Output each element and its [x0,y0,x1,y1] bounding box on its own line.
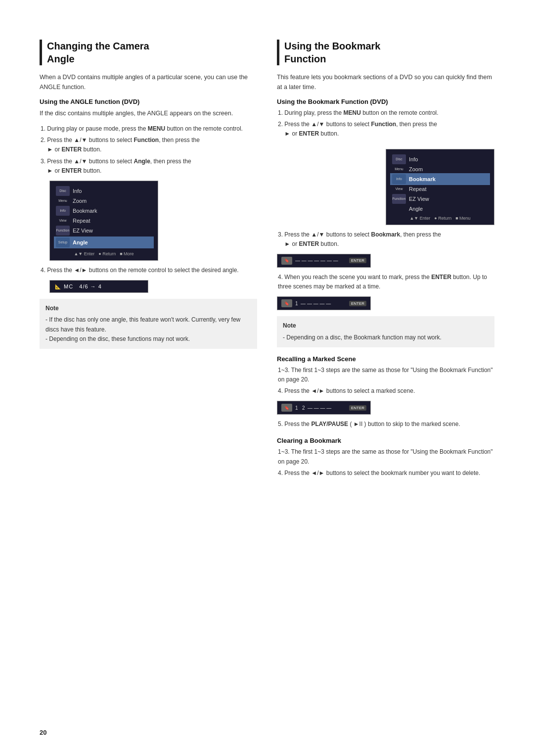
rm-row-angle: Angle [390,205,490,213]
angle-function-section: Using the ANGLE function (DVD) If the di… [40,98,257,349]
right-note-title: Note [283,321,489,331]
bm-step-3: 3. Press the ▲/▼ buttons to select Bookm… [277,230,494,249]
bm-step-2: 2. Press the ▲/▼ buttons to select Funct… [277,120,494,139]
rm-infoview-icon: Info View [392,174,406,184]
angle-display-icon: 📐 [55,284,61,289]
angle-steps: 1. During play or pause mode, press the … [40,124,257,176]
rm-row-info: Disc Menu Info [390,153,490,165]
menu-row-discmenu: Disc Menu Info [54,185,154,197]
bookmark-bar-1: 🔖 — — — — — — — ENTER [277,254,371,268]
menu-row-zoom: Zoom [54,197,154,205]
angle-display-text: MC 4/6 → 4 [64,284,102,289]
angle-display: 📐 MC 4/6 → 4 [49,280,148,293]
left-intro: When a DVD contains multiple angles of a… [40,72,257,92]
rm-row-ezview: Function EZ View [390,193,490,205]
note-line-1: - If the disc has only one angle, this f… [45,315,251,334]
rm-discmenu-icon: Disc Menu [392,154,406,164]
right-title-line2: Function [284,53,326,64]
menu-row-repeat: Repeat [54,217,154,225]
angle-sub-heading: Using the ANGLE function (DVD) [40,98,257,105]
rm-menu-footer: ▲▼ Enter ● Return ■ Menu [390,216,490,221]
function-icon: Function [56,226,70,236]
step-2: 2. Press the ▲/▼ buttons to select Funct… [40,136,257,154]
right-intro: This feature lets you bookmark sections … [277,72,494,92]
bm-bar-text-1: — — — — — — — [295,258,346,263]
menu-row-bookmark: Info View Bookmark [54,205,154,217]
enter-btn-3: ENTER [349,405,366,411]
recall-step-4: 4. Press the ◄/► buttons to select a mar… [277,386,494,396]
bookmark-function-section: Using the Bookmark Function (DVD) 1. Dur… [277,98,494,347]
menu-row-ezview: Function EZ View [54,225,154,236]
right-section-title: Using the Bookmark Function [277,40,494,65]
recall-step-5: 5. Press the PLAY/PAUSE ( ►II ) button t… [277,420,494,429]
disc-menu-icon: Disc Menu [56,186,70,196]
enter-btn-2: ENTER [349,301,366,306]
rm-row-zoom: Zoom [390,165,490,173]
page-number: 20 [40,729,46,736]
recall-heading: Recalling a Marked Scene [277,355,494,363]
content-columns: Changing the Camera Angle When a DVD con… [40,40,494,726]
rm-row-bookmark: Info View Bookmark [390,173,490,185]
clear-step-13: 1~3. The first 1~3 steps are the same as… [277,447,494,466]
right-note-box: Note - Depending on a disc, the Bookmark… [277,316,494,347]
setup-icon: Setup [56,237,70,247]
bookmark-bar-2: 🔖 1 — — — — — ENTER [277,296,371,310]
recall-step-13: 1~3. The first 1~3 steps are the same as… [277,366,494,384]
menu-row-angle: Setup Angle [54,236,154,248]
bookmark-sub-heading: Using the Bookmark Function (DVD) [277,98,494,105]
info-view-icon: Info View [56,206,70,216]
step-1: 1. During play or pause mode, press the … [40,124,257,134]
clear-step-4: 4. Press the ◄/► buttons to select the b… [277,469,494,478]
left-note-title: Note [45,304,251,313]
right-note-line-1: - Depending on a disc, the Bookmark func… [283,333,489,342]
left-note-box: Note - If the disc has only one angle, t… [40,299,257,349]
bm-icon-3: 🔖 [281,404,292,412]
page: Changing the Camera Angle When a DVD con… [0,0,534,756]
title-line2: Angle [47,53,75,64]
bm-bar-text-3: 1 2 — — — — [295,405,346,411]
angle-sub-text: If the disc contains multiple angles, th… [40,108,257,118]
bm-icon-1: 🔖 [281,257,292,265]
right-menu-screenshot: Disc Menu Info Zoom Info View Bookmark R… [386,149,494,225]
note-line-2: - Depending on the disc, these functions… [45,334,251,344]
rm-function-icon: Function [392,194,406,204]
bm-bar-text-2: 1 — — — — — [295,301,346,306]
recall-steps: 1~3. The first 1~3 steps are the same as… [277,366,494,396]
bookmark-steps-1: 1. During play, press the MENU button on… [277,108,494,139]
bm-icon-2: 🔖 [281,299,292,307]
bookmark-steps-2: 3. Press the ▲/▼ buttons to select Bookm… [277,230,494,249]
bookmark-bar-3: 🔖 1 2 — — — — ENTER [277,401,371,415]
bm-step-1: 1. During play, press the MENU button on… [277,108,494,118]
title-line1: Changing the Camera [47,41,149,51]
rm-row-repeat: Repeat [390,185,490,193]
left-menu-screenshot: Disc Menu Info Zoom Info View Bookmark R… [49,181,158,261]
clear-heading: Clearing a Bookmark [277,437,494,444]
menu-footer: ▲▼ Enter ● Return ■ More [54,251,154,256]
left-column: Changing the Camera Angle When a DVD con… [40,40,257,726]
clear-section: Clearing a Bookmark 1~3. The first 1~3 s… [277,437,494,478]
right-title-line1: Using the Bookmark [284,41,380,51]
recall-section: Recalling a Marked Scene 1~3. The first … [277,355,494,429]
step-3: 3. Press the ▲/▼ buttons to select Angle… [40,157,257,176]
step-4: 4. Press the ◄/► buttons on the remote c… [40,266,257,275]
enter-btn-1: ENTER [349,258,366,263]
bm-step-4: 4. When you reach the scene you want to … [277,273,494,291]
clear-steps: 1~3. The first 1~3 steps are the same as… [277,447,494,478]
left-section-title: Changing the Camera Angle [40,40,257,65]
right-column: Using the Bookmark Function This feature… [277,40,494,726]
